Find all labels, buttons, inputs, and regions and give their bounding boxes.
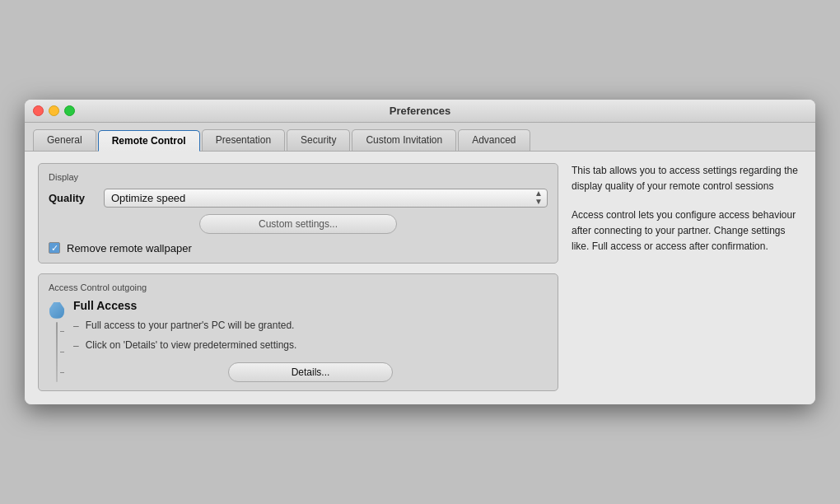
tab-custom-invitation[interactable]: Custom Invitation — [352, 129, 456, 151]
quality-row: Quality Optimize speed Optimize quality … — [49, 189, 548, 208]
right-panel: This tab allows you to access settings r… — [572, 163, 802, 392]
slider-line — [56, 322, 58, 383]
minimize-button[interactable] — [49, 105, 59, 116]
access-item-text-1: Full access to your partner's PC will be… — [86, 319, 295, 334]
slider-thumb-icon — [49, 302, 64, 319]
tick-2 — [60, 352, 64, 352]
tab-security[interactable]: Security — [287, 129, 350, 151]
display-label: Display — [49, 172, 548, 182]
bullet-icon-1: – — [73, 320, 79, 334]
main-content: Display Quality Optimize speed Optimize … — [25, 152, 815, 405]
quality-select-wrapper: Optimize speed Optimize quality Custom ▲… — [104, 189, 548, 208]
display-section: Display Quality Optimize speed Optimize … — [38, 163, 558, 264]
custom-settings-button[interactable]: Custom settings... — [199, 214, 397, 234]
access-content: Full Access – Full access to your partne… — [73, 299, 548, 383]
left-panel: Display Quality Optimize speed Optimize … — [38, 163, 558, 392]
titlebar: Preferences — [25, 100, 815, 123]
maximize-button[interactable] — [64, 105, 75, 116]
remove-wallpaper-row: ✓ Remove remote wallpaper — [49, 242, 548, 254]
access-section: Access Control outgoing — [38, 273, 558, 392]
access-title: Full Access — [73, 299, 548, 312]
remove-wallpaper-label: Remove remote wallpaper — [67, 242, 192, 254]
access-item-text-2: Click on 'Details' to view predetermined… — [86, 338, 297, 353]
access-description: Access control lets you configure access… — [572, 208, 802, 255]
checkbox-check-icon: ✓ — [51, 244, 58, 253]
window-title: Preferences — [390, 105, 450, 117]
tab-remote-control[interactable]: Remote Control — [98, 130, 200, 152]
bullet-icon-2: – — [73, 339, 79, 353]
quality-select[interactable]: Optimize speed Optimize quality Custom — [104, 189, 548, 208]
tick-3 — [60, 372, 64, 373]
tab-presentation[interactable]: Presentation — [202, 129, 285, 151]
tab-general[interactable]: General — [33, 129, 96, 151]
access-inner: Full Access – Full access to your partne… — [49, 299, 548, 383]
tabs-bar: General Remote Control Presentation Secu… — [25, 123, 815, 152]
access-item-1: – Full access to your partner's PC will … — [73, 319, 548, 334]
details-button[interactable]: Details... — [228, 362, 393, 382]
access-section-label: Access Control outgoing — [49, 282, 548, 292]
preferences-window: Preferences General Remote Control Prese… — [25, 100, 815, 405]
close-button[interactable] — [33, 105, 44, 116]
traffic-lights — [33, 105, 75, 116]
access-item-2: – Click on 'Details' to view predetermin… — [73, 338, 548, 353]
remove-wallpaper-checkbox[interactable]: ✓ — [49, 242, 60, 254]
tab-advanced[interactable]: Advanced — [458, 129, 530, 151]
tick-1 — [60, 331, 64, 332]
access-slider[interactable] — [49, 299, 65, 383]
display-description: This tab allows you to access settings r… — [572, 163, 802, 194]
quality-label: Quality — [49, 192, 94, 204]
slider-ticks — [60, 322, 64, 383]
